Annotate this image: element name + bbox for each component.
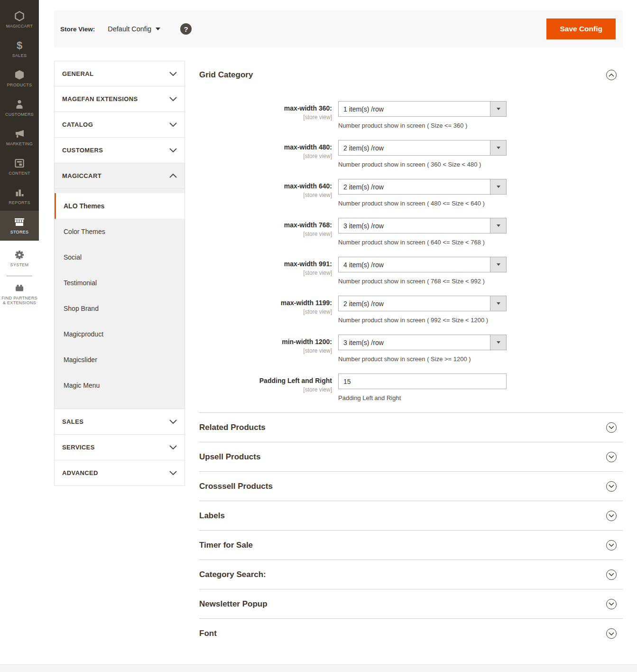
store-view-switcher[interactable]: Default Config [108,25,160,33]
dropdown-arrow-icon[interactable] [490,335,506,350]
config-nav: GENERAL MAGEFAN EXTENSIONS CATALOG CUSTO… [54,61,185,486]
admin-menu-item-content[interactable]: CONTENT [0,152,39,181]
select-min-width-1200[interactable]: 3 item(s) /row [338,335,507,350]
config-section-magiccart[interactable]: MAGICCART [54,163,185,189]
config-subsection-social[interactable]: Social [55,244,185,270]
field-scope: [store view] [199,270,332,276]
megaphone-icon [14,128,25,140]
admin-menu-item-stores[interactable]: STORES [0,211,39,240]
menu-divider [7,276,32,276]
config-subnav-magiccart: ALO Themes Color Themes Social Testimoni… [54,189,185,409]
dropdown-arrow-icon[interactable] [490,218,506,233]
collapse-icon[interactable] [606,70,617,80]
magiccart-hexagon-icon [14,10,25,22]
select-max-width-1199[interactable]: 2 item(s) /row [338,296,507,311]
admin-menu-label: MAGICCART [6,24,33,28]
expand-icon[interactable] [606,569,617,580]
admin-menu-item-customers[interactable]: CUSTOMERS [0,93,39,122]
chevron-up-icon [169,174,177,178]
accordion-section-newsletter-popup[interactable]: Newsletter Popup [199,589,623,619]
select-max-width-640[interactable]: 2 item(s) /row [338,179,507,195]
select-max-width-768[interactable]: 3 item(s) /row [338,218,507,233]
store-view-value: Default Config [108,25,151,33]
config-subsection-magic-menu[interactable]: Magic Menu [55,373,185,398]
accordion-section-related-products[interactable]: Related Products [199,413,623,442]
accordion-section-upsell-products[interactable]: Upsell Products [199,442,623,472]
config-section-catalog[interactable]: CATALOG [54,112,185,138]
dropdown-arrow-icon[interactable] [490,140,506,155]
field-row-min-width-1200: min-width 1200: [store view] 3 item(s) /… [199,335,623,363]
admin-sidebar: MAGICCART $ SALES PRODUCTS CUSTOMERS MAR… [0,0,39,672]
admin-menu: MAGICCART $ SALES PRODUCTS CUSTOMERS MAR… [0,0,39,241]
config-content: Grid Category max-width 360: [store view… [199,66,623,648]
expand-icon[interactable] [606,540,617,551]
field-note: Padding Left and Right [338,394,507,401]
admin-menu-label: FIND PARTNERS & EXTENSIONS [1,296,38,305]
admin-menu-item-find-partners[interactable]: FIND PARTNERS & EXTENSIONS [0,279,39,308]
admin-menu-secondary: SYSTEM FIND PARTNERS & EXTENSIONS [0,243,39,308]
config-subsection-magicslider[interactable]: Magicslider [55,347,185,373]
config-subsection-shop-brand[interactable]: Shop Brand [55,296,185,321]
dropdown-arrow-icon[interactable] [490,296,506,311]
config-section-magefan-extensions[interactable]: MAGEFAN EXTENSIONS [54,86,185,112]
field-scope: [store view] [199,153,332,159]
expand-icon[interactable] [606,452,617,462]
config-subsection-alo-themes[interactable]: ALO Themes [55,193,185,219]
field-scope: [store view] [199,308,332,315]
select-max-width-991[interactable]: 4 item(s) /row [338,257,507,272]
select-max-width-480[interactable]: 2 item(s) /row [338,140,507,156]
admin-menu-label: SYSTEM [10,262,29,267]
chevron-down-icon [169,445,177,449]
grid-category-fields: max-width 360: [store view] 1 item(s) /r… [199,101,623,401]
accordion-section-labels[interactable]: Labels [199,501,623,531]
brick-icon [14,282,25,294]
storefront-icon [13,216,26,228]
padding-input[interactable] [338,373,507,389]
field-label: Padding Left and Right [199,377,332,385]
accordion-section-crosssell-products[interactable]: Crosssell Products [199,472,623,501]
admin-menu-item-sales[interactable]: $ SALES [0,34,39,64]
field-note: Number product show in screen ( Size <= … [338,122,507,129]
page-footer [0,664,637,672]
field-row-max-width-768: max-width 768: [store view] 3 item(s) /r… [199,218,623,246]
config-section-services[interactable]: SERVICES [54,435,185,460]
field-note: Number product show in screen ( 768 <= S… [338,278,507,285]
config-subsection-magicproduct[interactable]: Magicproduct [55,321,185,347]
config-section-advanced[interactable]: ADVANCED [54,460,185,486]
config-subsection-testimonial[interactable]: Testimonial [55,270,185,296]
expand-icon[interactable] [606,599,617,609]
admin-menu-item-magiccart[interactable]: MAGICCART [0,5,39,34]
accordion-section-timer-for-sale[interactable]: Timer for Sale [199,531,623,560]
admin-menu-label: CUSTOMERS [5,112,34,117]
dropdown-arrow-icon[interactable] [490,102,506,116]
expand-icon[interactable] [606,422,617,433]
field-scope: [store view] [199,231,332,237]
dropdown-arrow-icon[interactable] [490,179,506,194]
field-scope: [store view] [199,114,332,121]
config-subsection-color-themes[interactable]: Color Themes [55,219,185,244]
admin-menu-item-products[interactable]: PRODUCTS [0,64,39,93]
expand-icon[interactable] [606,511,617,521]
accordion-section-font[interactable]: Font [199,619,623,648]
expand-icon[interactable] [606,481,617,492]
select-max-width-360[interactable]: 1 item(s) /row [338,101,507,117]
help-icon[interactable]: ? [180,23,192,35]
config-section-customers[interactable]: CUSTOMERS [54,138,185,163]
svg-text:$: $ [17,40,22,51]
dropdown-arrow-icon[interactable] [490,257,506,272]
accordion-section-category-search[interactable]: Category Search: [199,560,623,589]
config-section-sales[interactable]: SALES [54,409,185,435]
expand-icon[interactable] [606,628,617,639]
save-config-button[interactable]: Save Config [546,19,616,39]
field-row-max-width-640: max-width 640: [store view] 2 item(s) /r… [199,179,623,207]
admin-menu-label: MARKETING [6,141,33,146]
field-label: max-width 360: [199,104,332,112]
config-section-general[interactable]: GENERAL [54,61,185,86]
grid-category-header: Grid Category [199,66,623,84]
chevron-down-icon [169,420,177,424]
admin-menu-item-system[interactable]: SYSTEM [0,243,39,273]
page-toolbar: Store View: Default Config ? Save Config [54,10,623,47]
admin-menu-item-reports[interactable]: REPORTS [0,181,39,211]
admin-menu-item-marketing[interactable]: MARKETING [0,122,39,152]
section-title: Grid Category [199,70,253,80]
